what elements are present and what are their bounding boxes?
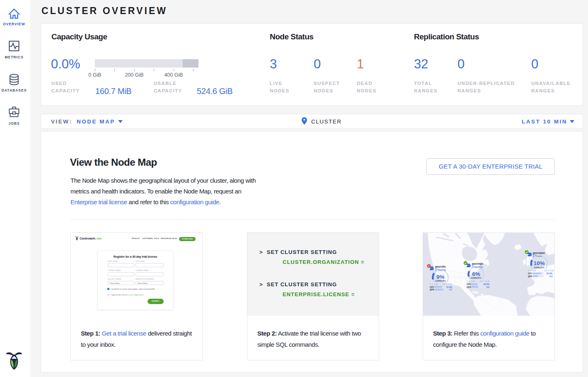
svg-text:CAPACITY: CAPACITY xyxy=(471,277,482,279)
svg-text:34.4 GiB: 34.4 GiB xyxy=(544,269,554,272)
svg-text:42.5%: 42.5% xyxy=(484,283,490,285)
svg-text:QPS: QPS xyxy=(528,275,532,278)
svg-text:3.2 GiB: 3.2 GiB xyxy=(430,283,438,285)
svg-text:53.3%: 53.3% xyxy=(547,272,553,275)
svg-text:43.7 GiB: 43.7 GiB xyxy=(480,280,489,283)
svg-text:0.0: 0.0 xyxy=(486,286,489,288)
svg-text:CPU: CPU xyxy=(430,286,434,288)
svg-text:3.6 GiB: 3.6 GiB xyxy=(528,269,536,272)
svg-text:!: ! xyxy=(428,265,429,268)
svg-text:6%: 6% xyxy=(472,271,480,277)
svg-text:3.7 GiB: 3.7 GiB xyxy=(467,280,475,283)
svg-text:35.1 GiB: 35.1 GiB xyxy=(443,283,452,285)
svg-text:QPS: QPS xyxy=(467,286,471,288)
svg-text:QPS: QPS xyxy=(430,288,434,291)
svg-text:11.0%: 11.0% xyxy=(446,286,452,288)
svg-text:CAPACITY: CAPACITY xyxy=(534,267,544,269)
svg-text:4.7: 4.7 xyxy=(449,288,452,291)
svg-text:CPU: CPU xyxy=(467,283,471,285)
svg-text:CAPACITY: CAPACITY xyxy=(435,280,446,282)
svg-text:0.4: 0.4 xyxy=(549,275,552,278)
svg-text:9%: 9% xyxy=(436,274,445,280)
svg-text:10%: 10% xyxy=(533,260,544,266)
svg-text:CPU: CPU xyxy=(528,272,532,275)
